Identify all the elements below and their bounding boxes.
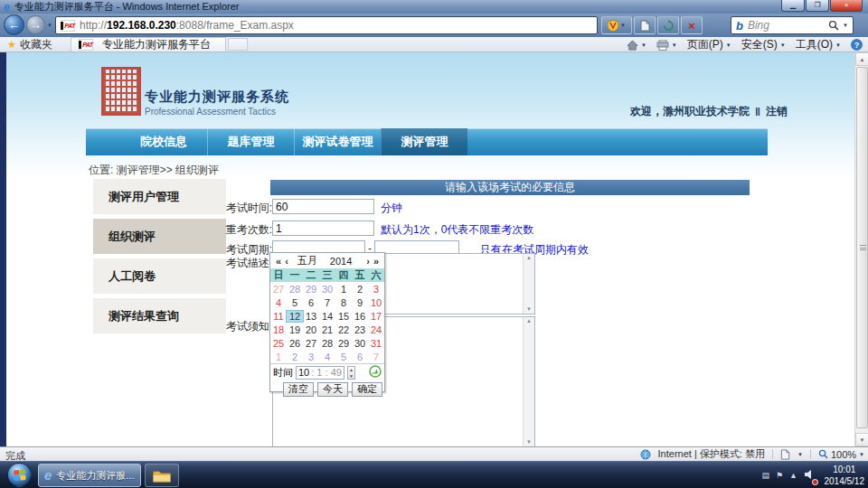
calendar-day[interactable]: 27: [303, 338, 319, 349]
scroll-up-icon[interactable]: ▲: [526, 255, 532, 261]
print-button[interactable]: ▼: [656, 40, 677, 51]
calendar-year[interactable]: 2014: [330, 256, 364, 267]
close-button[interactable]: ×: [830, 0, 863, 12]
calendar-day[interactable]: 4: [270, 297, 287, 308]
retake-count-input[interactable]: [272, 221, 374, 236]
calendar-day[interactable]: 10: [368, 297, 384, 308]
calendar-day[interactable]: 28: [319, 338, 335, 349]
calendar-day[interactable]: 9: [352, 297, 368, 308]
tray-device-icon[interactable]: ▤: [761, 471, 769, 480]
time-input[interactable]: 10 : 1 : 49: [296, 366, 344, 380]
sidebar-item[interactable]: 人工阅卷: [93, 258, 226, 294]
calendar-day[interactable]: 6: [352, 352, 368, 362]
chevron-down-icon[interactable]: ▼: [859, 452, 864, 457]
nav-tab[interactable]: 题库管理: [207, 128, 294, 155]
calendar-day[interactable]: 29: [335, 338, 352, 349]
calendar-day[interactable]: 18: [270, 324, 287, 335]
calendar-day[interactable]: 29: [303, 284, 319, 295]
next-year-icon[interactable]: »: [372, 256, 381, 267]
home-button[interactable]: ▼: [627, 40, 646, 51]
calendar-day[interactable]: 5: [287, 297, 303, 308]
new-tab-button[interactable]: [228, 38, 248, 51]
calendar-day[interactable]: 30: [352, 338, 368, 349]
calendar-day[interactable]: 3: [368, 284, 384, 295]
textarea-scrollbar[interactable]: ▲▼: [523, 317, 534, 446]
scroll-up-icon[interactable]: ▲: [526, 318, 532, 324]
calendar-day[interactable]: 8: [335, 297, 352, 308]
calendar-day[interactable]: 15: [335, 311, 352, 322]
calendar-day[interactable]: 1: [335, 284, 352, 295]
tray-flag-icon[interactable]: ⚑: [776, 471, 783, 480]
sidebar-item[interactable]: 组织测评: [93, 219, 226, 254]
calendar-day[interactable]: 7: [368, 352, 384, 362]
zoom-level[interactable]: 100%: [831, 449, 856, 460]
calendar-day[interactable]: 22: [335, 324, 352, 335]
calendar-day[interactable]: 19: [287, 324, 303, 335]
maximize-button[interactable]: ❐: [806, 0, 829, 12]
scroll-down-icon[interactable]: ▼: [526, 439, 532, 446]
scroll-down-icon[interactable]: ▼: [526, 306, 532, 313]
minimize-button[interactable]: ▁: [781, 0, 805, 12]
calendar-day[interactable]: 2: [352, 284, 368, 295]
history-dropdown-icon[interactable]: ▼: [47, 23, 52, 28]
calendar-day[interactable]: 26: [287, 338, 303, 349]
calendar-day[interactable]: 20: [303, 324, 319, 335]
calendar-day[interactable]: 23: [352, 324, 368, 335]
calendar-day-selected[interactable]: 12: [287, 311, 303, 322]
sidebar-item[interactable]: 测评用户管理: [93, 179, 226, 214]
clear-button[interactable]: 清空: [283, 382, 314, 397]
time-hour[interactable]: 10: [298, 367, 309, 378]
logout-link[interactable]: 注销: [766, 104, 788, 119]
next-month-icon[interactable]: ›: [364, 256, 372, 267]
vertical-scrollbar[interactable]: ▲ ▼: [854, 52, 868, 446]
calendar-day[interactable]: 30: [319, 284, 335, 295]
calendar-day[interactable]: 11: [270, 311, 287, 322]
taskbar-explorer-button[interactable]: [145, 464, 179, 487]
browser-tab[interactable]: PAT 专业能力测评服务平台: [71, 37, 226, 52]
search-icon[interactable]: [828, 20, 839, 31]
calendar-day[interactable]: 14: [319, 311, 335, 322]
calendar-day[interactable]: 25: [270, 338, 287, 349]
stop-button[interactable]: ×: [681, 16, 703, 34]
safety-shield-button[interactable]: ▼: [601, 16, 632, 34]
favorites-button[interactable]: ★ 收藏夹: [0, 38, 60, 52]
search-box[interactable]: b Bing ▼: [731, 16, 854, 34]
calendar-day[interactable]: 13: [303, 311, 319, 322]
forward-button[interactable]: →: [26, 15, 45, 34]
calendar-day[interactable]: 27: [270, 284, 287, 295]
nav-tab[interactable]: 院校信息: [120, 128, 207, 155]
calendar-day[interactable]: 2: [287, 352, 303, 362]
nav-tab[interactable]: 测评试卷管理: [294, 128, 381, 155]
start-button[interactable]: [7, 463, 32, 487]
calendar-day[interactable]: 16: [352, 311, 368, 322]
volume-muted-icon[interactable]: [804, 467, 816, 483]
time-spinner[interactable]: ▲▼: [347, 366, 355, 380]
chevron-down-icon[interactable]: ▼: [797, 452, 803, 457]
command-item[interactable]: 页面(P)▼: [687, 37, 731, 52]
textarea-scrollbar[interactable]: ▲▼: [523, 254, 534, 314]
calendar-day[interactable]: 1: [270, 352, 287, 362]
command-item[interactable]: 安全(S)▼: [741, 37, 786, 52]
search-dropdown-icon[interactable]: ▼: [843, 23, 848, 28]
calendar-day[interactable]: 17: [368, 311, 384, 322]
calendar-day[interactable]: 21: [319, 324, 335, 335]
zoom-control[interactable]: 100% ▼: [818, 449, 864, 460]
prev-month-icon[interactable]: ‹: [283, 256, 290, 267]
taskbar-clock[interactable]: 10:01 2014/5/12: [825, 464, 865, 487]
apply-time-icon[interactable]: [369, 365, 382, 380]
page-mode-icon[interactable]: [780, 449, 790, 460]
scroll-up-icon[interactable]: ▲: [855, 52, 868, 66]
calendar-day[interactable]: 24: [368, 324, 384, 335]
exam-duration-input[interactable]: [272, 199, 374, 214]
calendar-day[interactable]: 3: [303, 352, 319, 362]
search-input[interactable]: Bing: [748, 19, 828, 32]
calendar-month[interactable]: 五月: [297, 254, 317, 267]
ok-button[interactable]: 确定: [352, 382, 382, 397]
help-icon[interactable]: ?: [851, 39, 863, 51]
tray-show-hidden-icon[interactable]: ▲: [789, 471, 797, 480]
time-minute-second[interactable]: : 1 : 49: [311, 367, 342, 378]
calendar-day[interactable]: 6: [303, 297, 319, 308]
today-button[interactable]: 今天: [317, 382, 348, 397]
scrollbar-thumb[interactable]: [856, 67, 868, 428]
compatibility-view-button[interactable]: [634, 16, 656, 34]
